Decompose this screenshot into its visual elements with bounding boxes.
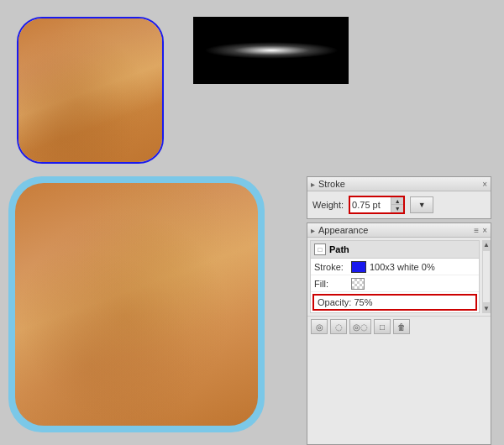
appearance-panel-icon: ▸ — [311, 226, 315, 235]
toolbar-btn-new-art[interactable]: □ — [374, 319, 391, 334]
weight-spinner: ▲ ▼ — [391, 197, 403, 212]
shape-bottom-inner — [15, 183, 258, 426]
stroke-panel-title: Stroke — [318, 179, 345, 189]
appearance-title-left: ▸ Appearance — [311, 225, 368, 235]
fill-row-label: Fill: — [314, 279, 348, 289]
appearance-close-button[interactable]: × — [482, 226, 487, 235]
appearance-panel-titlebar: ▸ Appearance ≡ × — [307, 223, 491, 238]
shape-top-left — [17, 17, 164, 164]
scroll-up-arrow[interactable]: ▲ — [482, 240, 491, 249]
opacity-label: Opacity: 75% — [318, 297, 372, 307]
appearance-toolbar: ◎ ◌ ◎◌ □ 🗑 — [307, 316, 491, 337]
weight-input-wrapper: ▲ ▼ — [349, 196, 405, 214]
stroke-title-left: ▸ Stroke — [311, 179, 345, 189]
canvas-area — [0, 0, 277, 445]
appearance-content: □ Path Stroke: 100x3 white 0% Fill: — [310, 240, 480, 313]
scroll-down-arrow[interactable]: ▼ — [482, 304, 491, 313]
light-beam — [204, 42, 339, 59]
appearance-rows: □ Path Stroke: 100x3 white 0% Fill: — [307, 240, 491, 313]
profile-dropdown[interactable]: ▼ — [410, 196, 433, 213]
weight-spinner-down[interactable]: ▼ — [391, 205, 403, 212]
stroke-close-button[interactable]: × — [482, 180, 487, 189]
scroll-track[interactable] — [483, 251, 490, 302]
stroke-row-label: Stroke: — [314, 262, 348, 272]
toolbar-btn-add-effect[interactable]: ◎ — [311, 319, 328, 334]
path-icon: □ — [318, 246, 323, 254]
shape-bottom-left — [8, 176, 265, 432]
appearance-inner: □ Path Stroke: 100x3 white 0% Fill: — [307, 240, 491, 313]
scrollbar[interactable]: ▲ ▼ — [482, 240, 491, 313]
path-icon-box: □ — [314, 243, 326, 255]
toolbar-btn-clear[interactable]: ◌ — [330, 319, 347, 334]
path-label: Path — [329, 244, 349, 254]
appearance-menu-icon[interactable]: ≡ — [474, 226, 479, 235]
wood-texture-top — [18, 18, 162, 162]
appearance-panel: ▸ Appearance ≡ × □ Path — [307, 222, 491, 445]
toolbar-btn-delete[interactable]: 🗑 — [393, 319, 410, 334]
wood-texture-bottom — [15, 183, 258, 426]
stroke-panel-titlebar: ▸ Stroke × — [307, 177, 491, 191]
stroke-color-swatch[interactable] — [351, 261, 366, 273]
appearance-panel-title: Appearance — [318, 225, 368, 235]
toolbar-btn-expand[interactable]: ◎◌ — [349, 319, 371, 334]
fill-color-swatch[interactable] — [351, 278, 365, 290]
opacity-row[interactable]: Opacity: 75% — [312, 294, 477, 311]
stroke-panel: ▸ Stroke × Weight: ▲ ▼ ▼ — [307, 176, 491, 219]
shape-top-right — [193, 17, 349, 84]
panels-container: ▸ Stroke × Weight: ▲ ▼ ▼ ▸ Appearance — [302, 176, 504, 445]
weight-input[interactable] — [350, 197, 391, 212]
stroke-content: Weight: ▲ ▼ ▼ — [307, 191, 491, 218]
stroke-row-desc: 100x3 white 0% — [370, 262, 435, 272]
path-header-row: □ Path — [311, 241, 479, 259]
weight-label: Weight: — [312, 200, 344, 210]
stroke-panel-icon: ▸ — [311, 180, 315, 189]
fill-row: Fill: — [311, 275, 479, 292]
weight-spinner-up[interactable]: ▲ — [391, 197, 403, 205]
stroke-row: Stroke: 100x3 white 0% — [311, 259, 479, 275]
